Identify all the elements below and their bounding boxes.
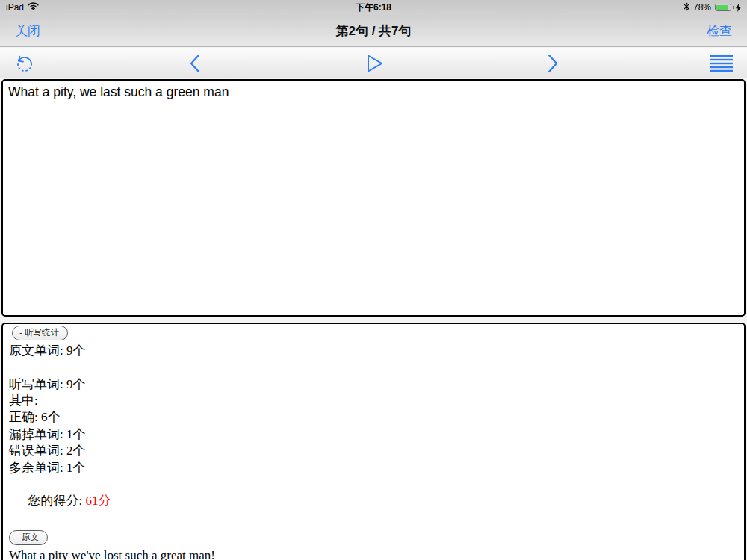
sentence-list-icon[interactable] <box>710 54 734 73</box>
score-value: 61分 <box>85 494 111 508</box>
stat-line: 多余单词: 1个 <box>9 460 738 476</box>
score-label: 您的得分: <box>28 494 86 508</box>
play-icon[interactable] <box>366 54 384 73</box>
sentence-progress-title: 第2句 / 共7句 <box>0 22 747 40</box>
stat-line: 听写单词: 9个 <box>9 376 738 393</box>
next-sentence-icon[interactable] <box>547 54 559 73</box>
dictation-text-area[interactable]: What a pity, we last such a green man <box>1 79 746 317</box>
score-line: 您的得分: 61分 <box>9 476 738 526</box>
replay-icon[interactable] <box>14 53 35 74</box>
stat-line: 错误单词: 2个 <box>9 443 738 459</box>
stat-line <box>9 359 738 376</box>
app-screen: iPad 下午6:18 78% <box>0 0 747 560</box>
stat-line: 原文单词: 9个 <box>9 343 738 359</box>
stat-line: 其中: <box>9 393 738 409</box>
result-panel: - 听写统计 原文单词: 9个 听写单词: 9个其中:正确: 6个漏掉单词: 1… <box>1 323 746 560</box>
check-button[interactable]: 检查 <box>707 22 732 40</box>
playback-toolbar <box>0 48 747 78</box>
stats-toggle-button[interactable]: - 听写统计 <box>12 326 68 340</box>
original-sentence: What a pity we've lost such a great man! <box>9 547 738 560</box>
stats-list: 原文单词: 9个 听写单词: 9个其中:正确: 6个漏掉单词: 1个错误单词: … <box>9 343 738 476</box>
previous-sentence-icon[interactable] <box>189 54 201 73</box>
status-time: 下午6:18 <box>0 1 747 14</box>
stat-line: 正确: 6个 <box>9 409 738 426</box>
dictation-text: What a pity, we last such a green man <box>8 84 229 99</box>
nav-bar: 关闭 第2句 / 共7句 检查 <box>0 15 747 47</box>
status-bar: iPad 下午6:18 78% <box>0 0 747 15</box>
stat-line: 漏掉单词: 1个 <box>9 426 738 443</box>
original-toggle-button[interactable]: - 原文 <box>9 530 48 545</box>
